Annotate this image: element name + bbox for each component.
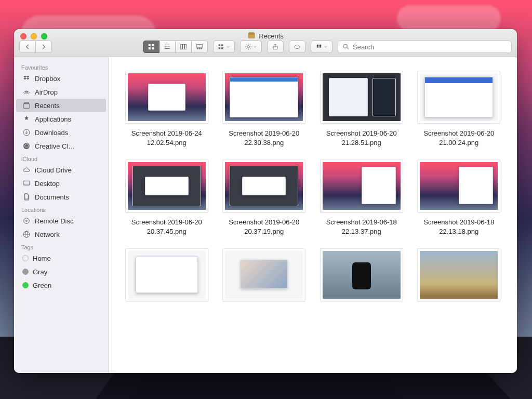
file-name-label: Screenshot 2019-06-1822.13.37.png: [326, 218, 397, 236]
sidebar-item-tag-gray[interactable]: Gray: [16, 265, 106, 278]
file-thumbnail: [320, 159, 403, 212]
svg-line-33: [347, 48, 349, 49]
sidebar-item-downloads[interactable]: Downloads: [16, 126, 106, 139]
sidebar-item-label: Downloads: [35, 129, 68, 137]
svg-point-21: [247, 46, 250, 48]
sidebar-item-applications[interactable]: Applications: [16, 112, 106, 126]
sidebar: Favourites Dropbox AirDrop Recents Appli…: [14, 57, 109, 373]
file-thumbnail: [320, 71, 403, 124]
file-name-label: Screenshot 2019-06-2021.00.24.png: [423, 129, 494, 147]
tags-button[interactable]: [289, 41, 305, 53]
content-area[interactable]: Screenshot 2019-06-2412.02.54.pngScreens…: [109, 57, 517, 373]
sidebar-item-label: Green: [33, 282, 51, 289]
view-icon-button[interactable]: [143, 41, 159, 53]
svg-rect-20: [221, 47, 223, 49]
icon-grid: Screenshot 2019-06-2412.02.54.pngScreens…: [109, 57, 517, 307]
sidebar-item-recents[interactable]: Recents: [16, 99, 106, 112]
file-thumbnail: [222, 248, 305, 301]
file-name-label: Screenshot 2019-06-2021.28.51.png: [326, 129, 397, 147]
svg-rect-36: [24, 102, 29, 104]
file-thumbnail: [417, 159, 500, 212]
svg-rect-5: [149, 47, 151, 49]
sidebar-item-label: Desktop: [35, 180, 60, 188]
file-thumbnail: [417, 71, 500, 124]
share-button[interactable]: [267, 41, 284, 53]
file-thumbnail: [125, 159, 208, 212]
sidebar-item-label: Recents: [35, 102, 60, 110]
sidebar-item-label: iCloud Drive: [35, 166, 72, 174]
file-item[interactable]: Screenshot 2019-06-2021.00.24.png: [414, 71, 505, 147]
svg-rect-17: [219, 44, 221, 46]
file-name-label: Screenshot 2019-06-2020.37.19.png: [229, 218, 299, 236]
sidebar-item-tag-home[interactable]: Home: [16, 251, 106, 265]
view-column-button[interactable]: [176, 41, 192, 53]
file-thumbnail: [417, 248, 500, 301]
svg-rect-35: [23, 104, 30, 109]
forward-button[interactable]: [36, 41, 52, 53]
sidebar-item-label: Creative Cl…: [35, 142, 75, 150]
file-item[interactable]: Screenshot 2019-06-2021.28.51.png: [316, 71, 407, 147]
file-item[interactable]: Screenshot 2019-06-1822.13.37.png: [316, 159, 407, 236]
tag-dot-icon: [22, 269, 29, 275]
file-thumbnail: [125, 248, 208, 301]
titlebar: Recents: [14, 29, 517, 57]
sidebar-item-label: Remote Disc: [35, 217, 73, 225]
tag-dot-icon: [22, 282, 29, 288]
file-item[interactable]: [316, 248, 407, 307]
svg-rect-3: [149, 44, 151, 46]
sidebar-item-label: AirDrop: [35, 88, 58, 96]
sidebar-item-label: Gray: [33, 268, 47, 276]
sidebar-item-remotedisc[interactable]: Remote Disc: [16, 214, 106, 228]
file-item[interactable]: Screenshot 2019-06-2020.37.45.png: [121, 159, 212, 236]
file-item[interactable]: Screenshot 2019-06-2020.37.19.png: [219, 159, 310, 236]
sidebar-section-locations: Locations: [14, 204, 108, 214]
svg-rect-6: [152, 47, 154, 49]
svg-rect-10: [181, 44, 182, 49]
svg-rect-16: [201, 48, 202, 49]
sidebar-item-tag-green[interactable]: Green: [16, 278, 106, 292]
view-list-button[interactable]: [159, 41, 176, 53]
search-input[interactable]: [353, 43, 507, 51]
sidebar-item-network[interactable]: Network: [16, 228, 106, 241]
sidebar-item-label: Documents: [35, 193, 69, 201]
back-button[interactable]: [19, 41, 36, 53]
search-icon: [342, 43, 350, 50]
dropbox-toolbar-button[interactable]: [311, 41, 332, 53]
svg-rect-15: [199, 48, 201, 49]
file-item[interactable]: Screenshot 2019-06-1822.13.18.png: [414, 159, 505, 236]
file-name-label: Screenshot 2019-06-1822.13.18.png: [423, 218, 494, 236]
file-name-label: Screenshot 2019-06-2022.30.38.png: [229, 129, 299, 147]
search-field[interactable]: [338, 41, 512, 53]
file-item[interactable]: Screenshot 2019-06-2412.02.54.png: [121, 71, 212, 147]
group-by-button[interactable]: [213, 41, 235, 53]
sidebar-item-desktop[interactable]: Desktop: [16, 177, 106, 190]
sidebar-item-airdrop[interactable]: AirDrop: [16, 85, 106, 99]
file-thumbnail: [222, 159, 305, 212]
sidebar-section-icloud: iCloud: [14, 153, 108, 163]
action-menu-button[interactable]: [240, 41, 262, 53]
sidebar-item-creativecloud[interactable]: Creative Cl…: [16, 139, 106, 153]
svg-rect-13: [197, 44, 203, 47]
file-item[interactable]: Screenshot 2019-06-2022.30.38.png: [219, 71, 310, 147]
sidebar-item-label: Applications: [35, 115, 71, 123]
file-name-label: Screenshot 2019-06-2020.37.45.png: [131, 218, 202, 236]
sidebar-item-documents[interactable]: Documents: [16, 190, 106, 204]
file-item[interactable]: [121, 248, 212, 307]
svg-rect-4: [152, 44, 154, 46]
svg-rect-19: [221, 44, 223, 46]
svg-line-27: [250, 48, 250, 49]
sidebar-item-label: Home: [33, 255, 51, 262]
file-thumbnail: [222, 71, 305, 124]
view-gallery-button[interactable]: [192, 41, 208, 53]
sidebar-item-dropbox[interactable]: Dropbox: [16, 72, 106, 85]
svg-line-26: [246, 45, 247, 45]
svg-rect-12: [184, 44, 186, 49]
file-item[interactable]: [414, 248, 505, 307]
tag-dot-icon: [22, 255, 29, 261]
file-item[interactable]: [219, 248, 310, 307]
sidebar-item-iclouddrive[interactable]: iCloud Drive: [16, 163, 106, 177]
svg-point-32: [343, 44, 347, 48]
svg-line-28: [246, 48, 247, 49]
svg-rect-11: [183, 44, 184, 49]
file-name-label: Screenshot 2019-06-2412.02.54.png: [131, 129, 202, 147]
